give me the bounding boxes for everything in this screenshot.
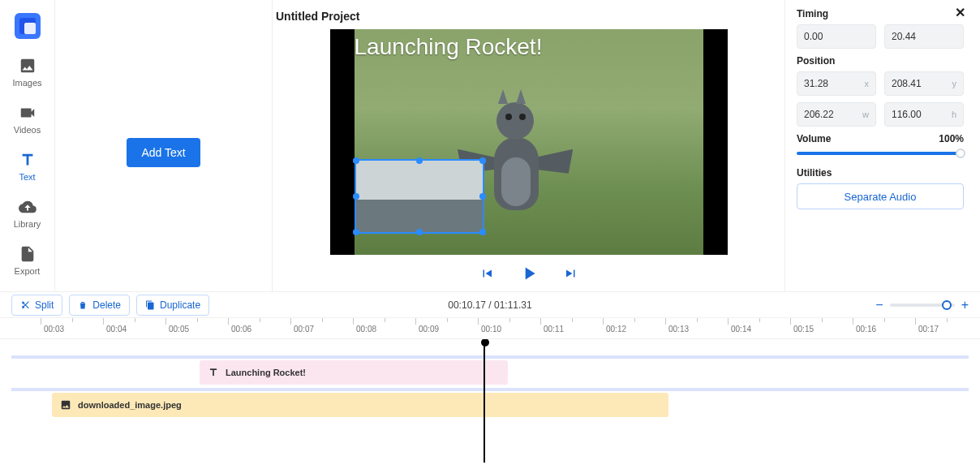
clip-label: downloaded_image.jpeg bbox=[78, 400, 182, 410]
ruler-tick-label: 00:03 bbox=[44, 325, 64, 334]
resize-handle-e[interactable] bbox=[479, 193, 486, 200]
sidebar-item-label: Library bbox=[14, 219, 41, 229]
volume-track bbox=[797, 152, 964, 155]
zoom-slider[interactable] bbox=[890, 304, 955, 307]
next-frame-icon bbox=[564, 266, 578, 281]
image-icon bbox=[60, 399, 71, 411]
close-properties-button[interactable]: ✕ bbox=[955, 5, 965, 20]
image-icon bbox=[19, 57, 37, 75]
delete-button[interactable]: Delete bbox=[69, 295, 130, 316]
ruler-tick-label: 00:04 bbox=[106, 325, 127, 334]
video-icon bbox=[19, 104, 37, 122]
export-icon bbox=[19, 245, 37, 263]
previous-frame-button[interactable] bbox=[479, 266, 494, 284]
app-logo bbox=[15, 13, 41, 39]
timeline-toolbar: Split Delete Duplicate 00:10.17 / 01:11.… bbox=[0, 292, 980, 318]
sidebar-item-videos[interactable]: Videos bbox=[0, 97, 54, 144]
sidebar-item-label: Videos bbox=[14, 125, 41, 135]
separate-audio-button[interactable]: Separate Audio bbox=[797, 183, 964, 209]
properties-panel: ✕ Timing 0.00 20.44 Position 31.28x 208.… bbox=[785, 0, 980, 291]
ruler-tick-label: 00:13 bbox=[668, 325, 689, 334]
pip-image bbox=[356, 161, 483, 232]
play-icon bbox=[518, 263, 539, 284]
text-icon bbox=[19, 151, 37, 169]
resize-handle-nw[interactable] bbox=[353, 157, 359, 164]
preview-canvas[interactable]: Launching Rocket! bbox=[330, 29, 728, 255]
sidebar-item-export[interactable]: Export bbox=[0, 239, 54, 286]
resize-handle-sw[interactable] bbox=[353, 229, 359, 235]
ruler-tick-label: 00:09 bbox=[419, 325, 439, 334]
ruler-tick-label: 00:16 bbox=[856, 325, 876, 334]
track-background bbox=[11, 388, 969, 391]
ruler-tick-label: 00:10 bbox=[481, 325, 501, 334]
resize-handle-w[interactable] bbox=[353, 193, 359, 200]
sidebar-item-label: Text bbox=[19, 172, 35, 182]
ruler-tick-label: 00:17 bbox=[918, 325, 939, 334]
zoom-thumb[interactable] bbox=[942, 300, 952, 310]
volume-thumb[interactable] bbox=[956, 149, 965, 158]
playhead[interactable] bbox=[484, 339, 485, 463]
position-y-field[interactable]: 208.41y bbox=[884, 71, 964, 96]
preview-panel: Untitled Project Launching Rocket! bbox=[273, 0, 785, 291]
app-sidebar: Images Videos Text Library Export bbox=[0, 0, 55, 291]
project-title: Untitled Project bbox=[273, 0, 363, 28]
trash-icon bbox=[78, 300, 88, 310]
track-background bbox=[11, 355, 969, 359]
sidebar-item-library[interactable]: Library bbox=[0, 192, 54, 239]
split-button[interactable]: Split bbox=[11, 295, 62, 316]
position-label: Position bbox=[797, 55, 964, 67]
scissors-icon bbox=[20, 300, 30, 310]
pip-clip-selected[interactable] bbox=[355, 159, 484, 234]
play-button[interactable] bbox=[518, 263, 539, 287]
timeline-clip-image[interactable]: downloaded_image.jpeg bbox=[52, 393, 668, 417]
position-h-field[interactable]: 116.00h bbox=[884, 102, 964, 127]
ruler-tick-label: 00:08 bbox=[356, 325, 376, 334]
zoom-control: − + bbox=[875, 298, 969, 312]
copy-icon bbox=[145, 300, 155, 310]
add-text-button[interactable]: Add Text bbox=[127, 138, 200, 167]
volume-label: Volume bbox=[797, 133, 831, 144]
clip-label: Launching Rocket! bbox=[226, 368, 306, 377]
overlay-text[interactable]: Launching Rocket! bbox=[355, 34, 543, 60]
timing-label: Timing bbox=[797, 8, 964, 19]
timing-start-field[interactable]: 0.00 bbox=[797, 24, 876, 49]
ruler-tick-label: 00:11 bbox=[544, 325, 564, 334]
next-frame-button[interactable] bbox=[564, 266, 578, 284]
ruler-tick-label: 00:05 bbox=[169, 325, 189, 334]
text-icon bbox=[208, 367, 219, 378]
duplicate-button[interactable]: Duplicate bbox=[136, 295, 209, 316]
resize-handle-se[interactable] bbox=[479, 229, 486, 235]
position-w-field[interactable]: 206.22w bbox=[797, 102, 876, 127]
zoom-in-button[interactable]: + bbox=[961, 298, 969, 312]
volume-slider[interactable] bbox=[797, 148, 964, 159]
sidebar-item-text[interactable]: Text bbox=[0, 144, 54, 192]
previous-frame-icon bbox=[479, 266, 494, 281]
timing-end-field[interactable]: 20.44 bbox=[884, 24, 964, 49]
ruler-tick-label: 00:14 bbox=[731, 325, 751, 334]
sidebar-item-images[interactable]: Images bbox=[0, 50, 54, 97]
timecode-display: 00:10.17 / 01:11.31 bbox=[448, 299, 531, 311]
timeline-tracks[interactable]: Launching Rocket! downloaded_image.jpeg bbox=[0, 339, 980, 463]
resize-handle-n[interactable] bbox=[416, 157, 423, 164]
timeline-ruler[interactable]: 00:0300:0400:0500:0600:0700:0800:0900:10… bbox=[0, 318, 980, 339]
resize-handle-s[interactable] bbox=[416, 229, 423, 235]
position-x-field[interactable]: 31.28x bbox=[797, 71, 876, 96]
ruler-tick-label: 00:12 bbox=[606, 325, 626, 334]
transport-controls bbox=[479, 263, 578, 287]
timeline-clip-text[interactable]: Launching Rocket! bbox=[200, 360, 508, 385]
sidebar-item-label: Images bbox=[12, 78, 41, 88]
cloud-upload-icon bbox=[19, 198, 37, 216]
zoom-out-button[interactable]: − bbox=[875, 298, 883, 312]
volume-value: 100% bbox=[939, 133, 964, 144]
ruler-tick-label: 00:15 bbox=[793, 325, 814, 334]
ruler-tick-label: 00:06 bbox=[231, 325, 251, 334]
utilities-label: Utilities bbox=[797, 167, 964, 179]
text-tool-panel: Add Text bbox=[55, 0, 273, 291]
resize-handle-ne[interactable] bbox=[479, 157, 486, 164]
ruler-tick-label: 00:07 bbox=[294, 325, 314, 334]
sidebar-item-label: Export bbox=[15, 266, 41, 276]
